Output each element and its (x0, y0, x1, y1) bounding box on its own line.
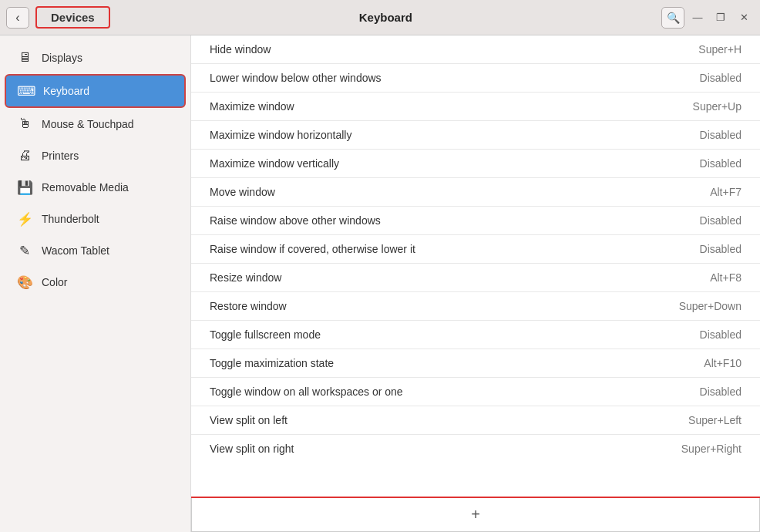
right-panel: Hide windowSuper+HLower window below oth… (191, 35, 760, 532)
shortcut-name: Restore window (210, 300, 649, 312)
shortcut-name: Maximize window vertically (210, 157, 649, 170)
back-button[interactable]: ‹ (6, 7, 29, 29)
sidebar-item-thunderbolt[interactable]: ⚡ Thunderbolt (5, 204, 186, 234)
shortcut-name: Toggle window on all workspaces or one (210, 386, 649, 398)
sidebar-item-label: Displays (42, 52, 82, 64)
add-shortcut-button[interactable]: + (191, 498, 760, 532)
sidebar-item-label: Keyboard (43, 85, 89, 97)
table-row[interactable]: Restore windowSuper+Down (191, 292, 760, 321)
main-content: 🖥 Displays ⌨ Keyboard 🖱 Mouse & Touchpad… (0, 35, 760, 532)
shortcut-name: View split on right (210, 443, 649, 455)
sidebar-item-label: Printers (42, 150, 79, 162)
table-row[interactable]: View split on leftSuper+Left (191, 406, 760, 435)
restore-button[interactable]: ❐ (711, 8, 731, 28)
table-row[interactable]: Resize windowAlt+F8 (191, 264, 760, 292)
shortcut-name: Move window (210, 186, 649, 198)
window-title: Keyboard (110, 11, 661, 24)
search-icon: 🔍 (667, 12, 680, 24)
sidebar-item-label: Mouse & Touchpad (42, 118, 134, 130)
shortcut-name: Maximize window horizontally (210, 129, 649, 141)
table-row[interactable]: Maximize window verticallyDisabled (191, 150, 760, 178)
section-title: Devices (35, 6, 110, 29)
minimize-icon: — (693, 12, 703, 23)
search-button[interactable]: 🔍 (661, 7, 684, 29)
shortcut-key: Disabled (649, 243, 742, 255)
table-row[interactable]: Toggle maximization stateAlt+F10 (191, 349, 760, 378)
shortcut-name: Raise window above other windows (210, 214, 649, 227)
shortcut-key: Disabled (649, 214, 742, 227)
shortcut-name: Lower window below other windows (210, 72, 649, 84)
back-icon: ‹ (15, 11, 19, 25)
restore-icon: ❐ (716, 12, 725, 23)
table-row[interactable]: Move windowAlt+F7 (191, 178, 760, 207)
sidebar-item-label: Removable Media (42, 181, 129, 194)
shortcut-key: Disabled (649, 157, 742, 170)
sidebar-item-color[interactable]: 🎨 Color (5, 267, 186, 298)
table-row[interactable]: View split on rightSuper+Right (191, 435, 760, 463)
shortcut-key: Disabled (649, 72, 742, 84)
shortcut-name: View split on left (210, 414, 649, 426)
removable-icon: 💾 (17, 180, 32, 195)
titlebar: ‹ Devices Keyboard 🔍 — ❐ ✕ (0, 0, 760, 35)
shortcut-key: Super+H (649, 43, 742, 56)
printers-icon: 🖨 (17, 148, 32, 163)
shortcut-name: Toggle fullscreen mode (210, 328, 649, 341)
close-icon: ✕ (740, 12, 748, 23)
table-row[interactable]: Toggle window on all workspaces or oneDi… (191, 378, 760, 406)
sidebar-item-mouse[interactable]: 🖱 Mouse & Touchpad (5, 109, 186, 140)
shortcut-name: Resize window (210, 271, 649, 284)
table-row[interactable]: Maximize window horizontallyDisabled (191, 121, 760, 150)
wacom-icon: ✎ (17, 243, 32, 258)
right-wrapper: Hide windowSuper+HLower window below oth… (191, 35, 760, 532)
close-button[interactable]: ✕ (734, 8, 754, 28)
displays-icon: 🖥 (17, 50, 32, 66)
sidebar-item-label: Thunderbolt (42, 213, 99, 225)
shortcut-key: Disabled (649, 328, 742, 341)
shortcut-key: Super+Down (649, 300, 742, 312)
shortcut-key: Super+Up (649, 100, 742, 113)
minimize-button[interactable]: — (688, 8, 708, 28)
shortcut-key: Disabled (649, 129, 742, 141)
table-row[interactable]: Raise window if covered, otherwise lower… (191, 235, 760, 264)
sidebar-item-printers[interactable]: 🖨 Printers (5, 140, 186, 171)
sidebar-item-removable[interactable]: 💾 Removable Media (5, 172, 186, 203)
table-row[interactable]: Hide windowSuper+H (191, 35, 760, 64)
table-row[interactable]: Toggle fullscreen modeDisabled (191, 321, 760, 349)
add-icon: + (471, 506, 480, 524)
keyboard-icon: ⌨ (18, 83, 34, 99)
shortcut-key: Alt+F8 (649, 271, 742, 284)
shortcut-key: Super+Right (649, 443, 742, 455)
sidebar-item-displays[interactable]: 🖥 Displays (5, 42, 186, 73)
shortcut-key: Alt+F10 (649, 357, 742, 369)
shortcut-key: Disabled (649, 386, 742, 398)
sidebar-item-keyboard[interactable]: ⌨ Keyboard (5, 74, 186, 108)
sidebar-item-label: Color (42, 276, 67, 288)
table-row[interactable]: Maximize windowSuper+Up (191, 93, 760, 121)
thunderbolt-icon: ⚡ (17, 211, 32, 227)
shortcut-key: Alt+F7 (649, 186, 742, 198)
shortcut-name: Hide window (210, 43, 649, 56)
table-row[interactable]: Raise window above other windowsDisabled (191, 207, 760, 235)
sidebar: 🖥 Displays ⌨ Keyboard 🖱 Mouse & Touchpad… (0, 35, 191, 532)
table-row[interactable]: Lower window below other windowsDisabled (191, 64, 760, 93)
shortcut-key: Super+Left (649, 414, 742, 426)
color-icon: 🎨 (17, 274, 32, 290)
shortcut-name: Toggle maximization state (210, 357, 649, 369)
sidebar-item-label: Wacom Tablet (42, 244, 109, 257)
mouse-icon: 🖱 (17, 116, 32, 132)
shortcut-name: Raise window if covered, otherwise lower… (210, 243, 649, 255)
shortcuts-list[interactable]: Hide windowSuper+HLower window below oth… (191, 35, 760, 498)
shortcut-name: Maximize window (210, 100, 649, 113)
titlebar-actions: 🔍 — ❐ ✕ (661, 7, 754, 29)
sidebar-item-wacom[interactable]: ✎ Wacom Tablet (5, 235, 186, 266)
